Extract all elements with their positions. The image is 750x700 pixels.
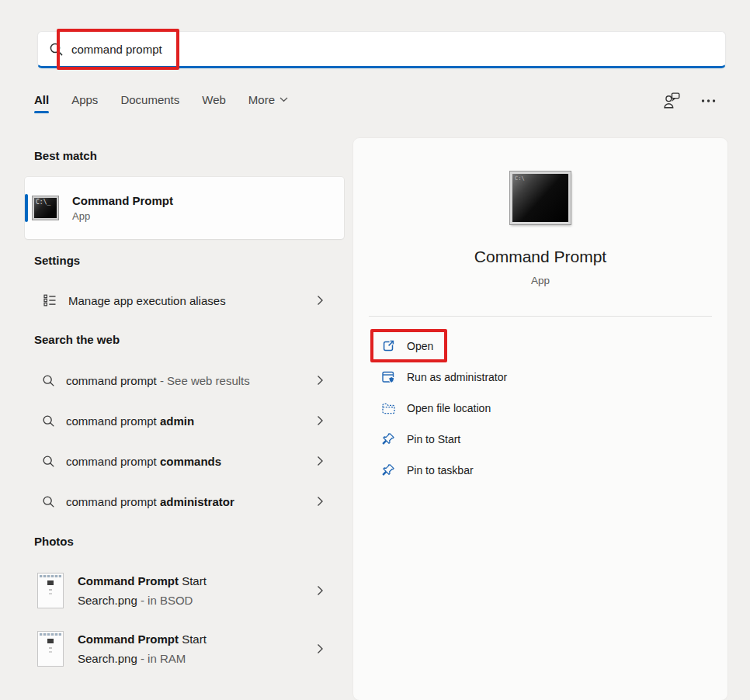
tab-all[interactable]: All <box>34 93 49 106</box>
web-suggestion-admin[interactable]: command prompt admin <box>25 402 344 439</box>
open-external-icon <box>380 338 396 354</box>
search-icon <box>49 42 64 57</box>
search-input[interactable]: command prompt <box>71 43 162 56</box>
suggestion-text: command prompt - See web results <box>66 374 250 387</box>
chevron-right-icon <box>317 415 324 426</box>
suggestion-text: command prompt admin <box>66 414 194 428</box>
app-name: Command Prompt <box>72 194 173 207</box>
divider <box>369 316 712 317</box>
photo-result-ram[interactable]: Command Prompt Start Search.png - in RAM <box>25 622 344 676</box>
chevron-right-icon <box>317 496 324 507</box>
photo-thumbnail <box>37 631 64 667</box>
user-feedback-icon[interactable] <box>661 90 683 112</box>
action-list: Open Run as administrator Open file loca… <box>353 331 727 486</box>
settings-item-label: Manage app execution aliases <box>68 294 226 307</box>
web-suggestion-administrator[interactable]: command prompt administrator <box>25 483 344 520</box>
best-match-heading: Best match <box>34 149 97 162</box>
search-web-heading: Search the web <box>34 333 120 346</box>
chevron-right-icon <box>317 643 324 654</box>
preview-app-type: App <box>353 275 727 286</box>
run-as-admin-label: Run as administrator <box>407 371 507 383</box>
search-icon <box>42 455 55 468</box>
photo-result-bsod[interactable]: Command Prompt Start Search.png - in BSO… <box>25 563 344 618</box>
more-options-icon[interactable] <box>700 95 717 107</box>
best-match-text: Command Prompt App <box>72 194 173 222</box>
windows-search-panel: { "colors": { "accent": "#0067c0", "anno… <box>0 0 750 700</box>
tab-more[interactable]: More <box>248 93 288 106</box>
best-match-result[interactable]: C:\_ Command Prompt App <box>25 177 344 239</box>
photos-heading: Photos <box>34 535 74 548</box>
pin-icon <box>380 463 396 478</box>
suggestion-text: command prompt administrator <box>66 495 234 508</box>
chevron-right-icon <box>317 456 324 466</box>
preview-panel: C:\ Command Prompt App Open Run as admin… <box>353 138 727 700</box>
pin-to-taskbar-label: Pin to taskbar <box>407 464 474 476</box>
open-label: Open <box>407 340 433 352</box>
photo-text: Command Prompt Start Search.png - in RAM <box>78 629 207 668</box>
chevron-right-icon <box>317 585 324 596</box>
chevron-down-icon <box>280 97 288 102</box>
command-prompt-icon: C:\_ <box>33 196 58 220</box>
web-suggestion-commands[interactable]: command prompt commands <box>25 442 344 480</box>
search-icon <box>42 414 55 428</box>
settings-heading: Settings <box>34 254 80 267</box>
photo-text: Command Prompt Start Search.png - in BSO… <box>78 571 207 610</box>
search-box[interactable]: command prompt <box>37 31 726 68</box>
run-as-admin-icon <box>380 369 396 385</box>
tab-documents[interactable]: Documents <box>120 93 179 106</box>
pin-icon <box>380 431 396 447</box>
search-icon <box>42 374 55 387</box>
open-file-location-label: Open file location <box>407 402 491 414</box>
settings-result-manage-aliases[interactable]: Manage app execution aliases <box>25 282 344 319</box>
search-filter-tabs: All Apps Documents Web More <box>34 93 288 106</box>
open-button[interactable]: Open <box>353 331 727 362</box>
pin-to-start-label: Pin to Start <box>407 433 460 445</box>
preview-app-name: Command Prompt <box>353 248 727 266</box>
web-suggestion-see-results[interactable]: command prompt - See web results <box>25 362 344 399</box>
pin-to-start-button[interactable]: Pin to Start <box>353 424 727 455</box>
app-type: App <box>72 210 173 222</box>
chevron-right-icon <box>317 375 324 386</box>
tab-apps[interactable]: Apps <box>71 93 98 106</box>
tab-web[interactable]: Web <box>202 93 226 106</box>
search-icon <box>42 495 55 508</box>
chevron-right-icon <box>317 295 324 306</box>
selection-accent-bar <box>25 194 28 222</box>
photo-thumbnail <box>37 573 64 608</box>
list-settings-icon <box>42 293 57 308</box>
open-file-location-button[interactable]: Open file location <box>353 393 727 424</box>
suggestion-text: command prompt commands <box>66 455 221 468</box>
run-as-administrator-button[interactable]: Run as administrator <box>353 362 727 393</box>
pin-to-taskbar-button[interactable]: Pin to taskbar <box>353 455 727 486</box>
topbar-icons <box>661 90 717 112</box>
folder-icon <box>380 400 396 416</box>
command-prompt-icon-large: C:\ <box>510 172 571 224</box>
